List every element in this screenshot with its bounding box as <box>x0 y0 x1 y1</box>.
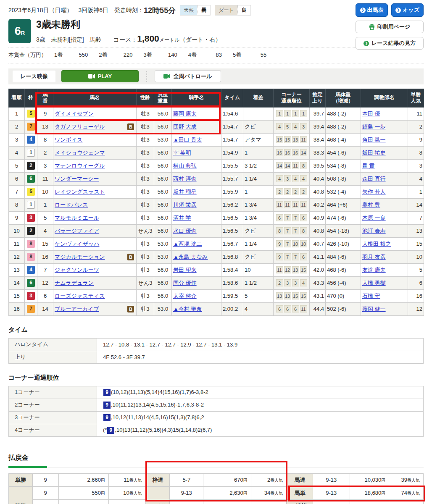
jockey-link[interactable]: 国分 優作 <box>173 280 197 286</box>
jockey-link[interactable]: 太宰 啓介 <box>173 293 197 299</box>
yen-suffix: 円 <box>381 478 385 483</box>
prize-item: 3着140 <box>143 51 188 59</box>
prize-place: 5着 <box>233 51 241 59</box>
play-button[interactable]: PLAY <box>61 70 139 82</box>
jockey-link[interactable]: ▲西塚 洸二 <box>173 241 202 247</box>
payout-amount: 10,030円 <box>350 473 389 486</box>
horse-name-link[interactable]: ロードパレス <box>55 202 88 208</box>
jockey-link[interactable]: ▲永島 まなみ <box>173 254 208 260</box>
trainer-cell: 友道 康夫 <box>361 263 408 276</box>
horse-name-cell: ロードパレス <box>53 198 137 211</box>
corner-position-chip: 4 <box>300 279 307 286</box>
horse-name-link[interactable]: ローズジャスティス <box>55 293 105 299</box>
win-popularity: 6 <box>408 276 424 289</box>
video-camera-icon <box>163 74 170 79</box>
halon-time-label: ハロンタイム <box>9 338 97 351</box>
trainer-link[interactable]: 角田 晃一 <box>362 136 386 143</box>
trainer-link[interactable]: 藤岡 健一 <box>362 306 386 312</box>
finish-time: 1:54.7 <box>221 133 243 146</box>
trainer-link[interactable]: 友道 康夫 <box>362 267 386 273</box>
entries-button[interactable]: ❯ 出馬表 <box>356 3 388 17</box>
horse-name-link[interactable]: ナムラデュラン <box>55 280 94 286</box>
trainer-cell: 池江 泰寿 <box>361 224 408 237</box>
trainer-link[interactable]: 石橋 守 <box>362 293 380 299</box>
corner-position-chip: 13 <box>276 292 283 299</box>
body-weight: 454 (-6) <box>326 146 361 159</box>
horse-name-link[interactable]: メイショウジェンマ <box>55 150 105 156</box>
win-popularity: 13 <box>408 224 424 237</box>
corner-position-chip: 11 <box>284 201 291 208</box>
jockey-link[interactable]: 横山 典弘 <box>173 163 197 169</box>
trainer-link[interactable]: 羽月 友彦 <box>362 254 386 260</box>
horse-name-link[interactable]: ダイメイセブン <box>55 110 94 117</box>
jockey-link[interactable]: 水口 優也 <box>173 228 197 234</box>
result-guide-button[interactable]: ❯ レース結果の見方 <box>356 37 424 50</box>
horse-name-link[interactable]: マテンロウイーグル <box>55 163 105 169</box>
horse-name-link[interactable]: ワンボイス <box>55 136 83 143</box>
jockey-link[interactable]: 岩田 望来 <box>173 267 197 273</box>
trainer-link[interactable]: 森田 直行 <box>362 176 386 182</box>
trainer-link[interactable]: 本田 優 <box>362 110 380 117</box>
jockey-link[interactable]: 団野 大成 <box>173 123 197 130</box>
payout-combination: 5-7 <box>170 473 203 486</box>
odds-button[interactable]: ❯ オッズ <box>391 3 424 17</box>
payout-row: 枠連5-7670円2番人気 <box>146 473 287 486</box>
trainer-link[interactable]: 奥村 豊 <box>362 202 380 208</box>
win-popularity: 10 <box>408 250 424 263</box>
trainer-link[interactable]: 池江 泰寿 <box>362 228 386 234</box>
trainer-link[interactable]: 大橋 勇樹 <box>362 280 386 286</box>
payout-table: 単勝92,660円11番人気複勝9550円10番人気13220円2番人気8450… <box>8 473 146 504</box>
yen-suffix: 円 <box>101 491 105 496</box>
jockey-link[interactable]: 藤岡 康太 <box>173 110 197 117</box>
trainer-link[interactable]: 大根田 裕之 <box>362 241 391 247</box>
horse-name-link[interactable]: マジカルモーション <box>55 254 105 260</box>
body-weight: 532 (-4) <box>326 185 361 198</box>
trainer-link[interactable]: 昆 貢 <box>362 163 375 169</box>
carried-weight: 56.0 <box>154 211 172 224</box>
jockey-cell: 団野 大成 <box>172 120 221 133</box>
patrol-video-button[interactable]: 全周パトロール <box>155 70 221 82</box>
corner-position-chip: 16 <box>292 149 299 156</box>
horse-name-link[interactable]: バラージファイア <box>55 228 99 234</box>
corner-position-chip: 15 <box>284 136 291 143</box>
bet-type-label: 馬単 <box>287 486 313 499</box>
finish-time: 1:58.4 <box>221 263 243 276</box>
jockey-link[interactable]: 坂井 瑠星 <box>173 189 197 195</box>
start-time-label: 発走時刻： <box>114 7 144 14</box>
finish-time: 1:56.7 <box>221 237 243 250</box>
finish-time: 1:55.9 <box>221 185 243 198</box>
trainer-cell: 森田 直行 <box>361 172 408 185</box>
horse-name-link[interactable]: ケンヴァイザッハ <box>55 241 99 247</box>
trainer-link[interactable]: 鮫島 一歩 <box>362 123 386 130</box>
finish-time: 1:54.7 <box>221 120 243 133</box>
entries-button-label: 出馬表 <box>367 6 384 14</box>
jockey-link[interactable]: ▲田口 貫太 <box>173 136 202 143</box>
frame-cell: 3 <box>25 289 37 302</box>
trainer-link[interactable]: 飯田 祐史 <box>362 150 386 156</box>
corner-position-chip: 11 <box>300 201 307 208</box>
horse-name-link[interactable]: レイジングスラスト <box>55 189 105 195</box>
payout-popularity: 2番人気 <box>109 499 146 504</box>
trainer-cell: 藤岡 健一 <box>361 302 408 315</box>
horse-name-link[interactable]: ブルーアーカイブ <box>55 306 99 312</box>
jockey-link[interactable]: 幸 英明 <box>173 150 191 156</box>
trainer-link[interactable]: 木原 一良 <box>362 215 386 221</box>
horse-name-link[interactable]: ジャクソンルーツ <box>55 267 99 273</box>
horse-name-link[interactable]: マルモルミエール <box>55 215 99 221</box>
frame-cell: 4 <box>25 263 37 276</box>
jockey-link[interactable]: 酒井 学 <box>173 215 191 221</box>
print-page-button[interactable]: 印刷用ページ <box>356 21 424 33</box>
horse-name-link[interactable]: ワンダーマーシー <box>55 176 99 182</box>
track-condition-value: 良 <box>237 5 250 15</box>
jockey-link[interactable]: 川須 栄彦 <box>173 202 197 208</box>
frame-badge: 8 <box>27 253 35 261</box>
jockey-link[interactable]: ▲今村 聖奈 <box>173 306 202 312</box>
win-popularity: 7 <box>408 211 424 224</box>
jockey-link[interactable]: 西村 淳也 <box>173 176 197 182</box>
trainer-link[interactable]: 矢作 芳人 <box>362 189 386 195</box>
horse-name-link[interactable]: タガノフリューゲル <box>55 123 105 130</box>
horse-number: 3 <box>37 159 53 172</box>
horse-name-cell: ワンボイス <box>53 133 137 146</box>
prize-place: 1着 <box>54 51 63 59</box>
corner-position-chip: 6 <box>300 214 307 221</box>
